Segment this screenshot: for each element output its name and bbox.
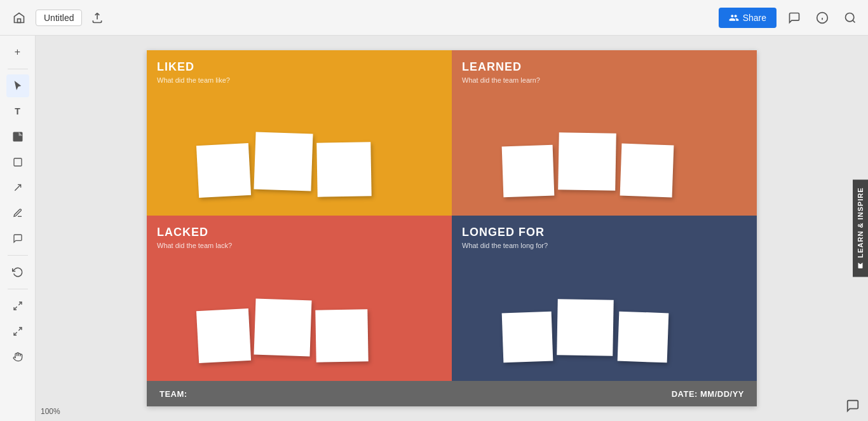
- svg-point-4: [846, 13, 854, 21]
- doc-title: Untitled: [44, 13, 74, 23]
- svg-rect-7: [14, 158, 22, 166]
- shape-tool[interactable]: [6, 151, 29, 174]
- quadrants: LIKED What did the team like? LEARNED Wh…: [147, 50, 757, 381]
- canvas-area[interactable]: LIKED What did the team like? LEARNED Wh…: [36, 36, 868, 421]
- upload-button[interactable]: [87, 8, 107, 28]
- lacked-notes: [198, 300, 368, 362]
- fitscreen-tool[interactable]: [6, 294, 29, 317]
- board-footer: TEAM: DATE: MM/DD/YY: [147, 381, 757, 406]
- bookmark-icon: [857, 261, 864, 269]
- sticky-note[interactable]: [502, 145, 555, 198]
- home-icon[interactable]: [8, 6, 31, 29]
- hand-tool[interactable]: [6, 345, 29, 368]
- svg-line-10: [14, 307, 17, 310]
- svg-rect-6: [13, 132, 22, 142]
- share-icon: [729, 13, 739, 23]
- learned-title: LEARNED: [462, 60, 747, 74]
- pen-icon: [13, 208, 23, 218]
- chat-icon-bottom[interactable]: [843, 396, 863, 416]
- learn-inspire-tab[interactable]: LEARN & INSPIRE: [853, 180, 868, 277]
- lacked-subtitle: What did the team lack?: [157, 242, 442, 249]
- sidebar-divider-2: [8, 255, 28, 256]
- shape-icon: [13, 157, 23, 167]
- sticky-note[interactable]: [196, 143, 251, 198]
- liked-notes: [198, 133, 371, 197]
- top-bar-left: Untitled: [8, 6, 107, 29]
- info-icon[interactable]: [812, 8, 832, 28]
- sticky-note[interactable]: [558, 132, 616, 191]
- fullscreen-icon: [13, 326, 23, 336]
- sticky-note[interactable]: [502, 312, 553, 363]
- add-tool[interactable]: +: [6, 41, 29, 64]
- sticky-note[interactable]: [618, 312, 669, 363]
- fitscreen-icon: [13, 301, 23, 311]
- pen-tool[interactable]: [6, 202, 29, 224]
- arrow-icon: [13, 183, 23, 193]
- learn-inspire-label: LEARN & INSPIRE: [857, 188, 864, 258]
- cursor-icon: [13, 81, 23, 91]
- svg-rect-0: [18, 18, 21, 22]
- longed-subtitle: What did the team long for?: [462, 242, 747, 249]
- sticky-note[interactable]: [620, 144, 674, 198]
- search-icon[interactable]: [840, 8, 860, 28]
- left-sidebar: + T: [0, 36, 36, 421]
- top-bar: Untitled Share: [0, 0, 868, 36]
- chat-icon[interactable]: [784, 8, 804, 28]
- lacked-title: LACKED: [157, 226, 442, 239]
- share-button[interactable]: Share: [719, 8, 776, 28]
- chat-bottom-icon: [846, 399, 860, 413]
- sticky-note[interactable]: [254, 132, 313, 191]
- team-label: TEAM:: [159, 389, 187, 399]
- svg-line-12: [14, 332, 17, 335]
- longed-notes: [503, 300, 668, 362]
- quadrant-lacked[interactable]: LACKED What did the team lack?: [147, 216, 452, 381]
- undo-icon: [12, 266, 24, 278]
- arrow-tool[interactable]: [6, 176, 29, 199]
- hand-icon: [13, 352, 23, 362]
- longed-title: LONGED FOR: [462, 226, 747, 239]
- svg-line-11: [18, 328, 22, 331]
- text-tool[interactable]: T: [6, 100, 29, 123]
- undo-tool[interactable]: [6, 261, 29, 284]
- select-tool[interactable]: [6, 74, 29, 97]
- liked-subtitle: What did the team like?: [157, 76, 442, 84]
- sidebar-divider-1: [8, 69, 28, 69]
- sidebar-divider-3: [8, 289, 28, 289]
- main-layout: + T: [0, 36, 868, 421]
- quadrant-longed[interactable]: LONGED FOR What did the team long for?: [452, 216, 757, 381]
- sticky-note[interactable]: [557, 299, 614, 356]
- svg-line-9: [18, 302, 22, 305]
- learned-notes: [503, 133, 673, 197]
- top-bar-right: Share: [719, 8, 860, 28]
- date-label: DATE: MM/DD/YY: [672, 389, 744, 399]
- comment-tool[interactable]: [6, 227, 29, 250]
- sticky-icon: [12, 131, 24, 142]
- zoom-level: 100%: [41, 407, 60, 416]
- quadrant-learned[interactable]: LEARNED What did the team learn?: [452, 50, 757, 216]
- sticky-note[interactable]: [316, 142, 371, 197]
- sticky-note[interactable]: [315, 309, 368, 362]
- sticky-note[interactable]: [254, 298, 311, 356]
- doc-title-tab[interactable]: Untitled: [36, 10, 82, 26]
- liked-title: LIKED: [157, 60, 442, 74]
- sticky-note[interactable]: [196, 308, 251, 363]
- quadrant-liked[interactable]: LIKED What did the team like?: [147, 50, 452, 216]
- retro-board: LIKED What did the team like? LEARNED Wh…: [147, 50, 757, 406]
- svg-line-5: [853, 20, 855, 22]
- learned-subtitle: What did the team learn?: [462, 76, 747, 84]
- fullscreen-tool[interactable]: [6, 320, 29, 343]
- share-label: Share: [743, 13, 766, 23]
- comment-icon: [13, 233, 23, 244]
- sticky-tool[interactable]: [6, 125, 29, 148]
- svg-line-8: [15, 184, 20, 190]
